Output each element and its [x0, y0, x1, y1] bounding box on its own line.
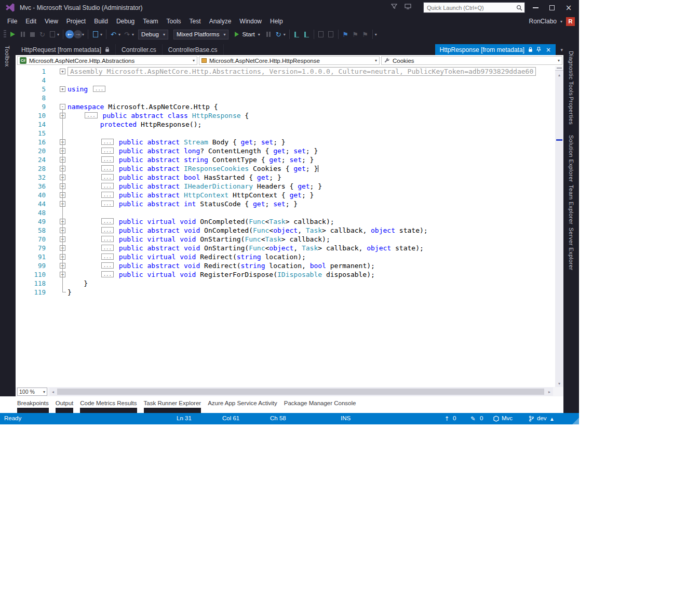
search-icon[interactable]: [516, 5, 522, 11]
undo-button[interactable]: ↶: [109, 30, 118, 39]
code-line[interactable]: 99+ ... public abstract void Redirect(st…: [16, 261, 555, 270]
code-line[interactable]: 58+ ... public abstract void OnCompleted…: [16, 226, 555, 235]
menu-team[interactable]: Team: [139, 16, 162, 26]
collapsed-region[interactable]: ...: [93, 86, 105, 92]
panel-tab-task-runner-explorer[interactable]: Task Runner Explorer: [144, 396, 201, 413]
collapsed-region[interactable]: ...: [85, 112, 97, 118]
type-dropdown[interactable]: Microsoft.AspNetCore.Http.HttpResponse ▾: [199, 56, 380, 65]
code-line[interactable]: 36+ ... public abstract IHeaderDictionar…: [16, 182, 555, 191]
side-tab-team-explorer[interactable]: Team Explorer: [568, 185, 574, 224]
scroll-right-icon[interactable]: ▸: [546, 388, 553, 396]
pause-debug-button[interactable]: [264, 30, 274, 39]
menu-help[interactable]: Help: [266, 16, 287, 26]
resize-grip[interactable]: [572, 418, 579, 424]
vertical-scrollbar[interactable]: ▴ ▾: [555, 66, 563, 387]
panel-tab-package-manager-console[interactable]: Package Manager Console: [284, 396, 356, 413]
scroll-left-icon[interactable]: ◂: [49, 388, 57, 396]
redo-button[interactable]: ↷: [122, 30, 132, 39]
collapsed-region[interactable]: ...: [101, 165, 114, 171]
menu-view[interactable]: View: [41, 16, 62, 26]
menu-window[interactable]: Window: [235, 16, 266, 26]
restart-button[interactable]: ↻: [37, 30, 47, 39]
menu-debug[interactable]: Debug: [112, 16, 139, 26]
start-without-debugging-button[interactable]: [8, 30, 18, 39]
horizontal-scroll-thumb[interactable]: [57, 389, 544, 395]
uncomment-button[interactable]: [326, 30, 336, 39]
panel-tab-breakpoints[interactable]: Breakpoints: [17, 396, 49, 413]
side-tab-server-explorer[interactable]: Server Explorer: [568, 228, 574, 270]
pin-icon[interactable]: [536, 47, 541, 52]
code-line[interactable]: 15: [16, 129, 555, 138]
start-debugging-button[interactable]: Start ▾: [231, 31, 263, 37]
menu-file[interactable]: File: [3, 16, 21, 26]
code-line[interactable]: 1+Assembly Microsoft.AspNetCore.Http.Abs…: [16, 67, 555, 76]
fold-expand-icon[interactable]: +: [60, 86, 65, 92]
code-line[interactable]: 16+ ... public abstract Stream Body { ge…: [16, 138, 555, 146]
collapsed-region[interactable]: ...: [101, 174, 114, 180]
collapsed-region[interactable]: ...: [101, 262, 114, 269]
code-line[interactable]: 48: [16, 208, 555, 217]
zoom-dropdown[interactable]: 100 % ▾: [17, 388, 47, 396]
refresh-browser-link-button[interactable]: ↻: [274, 30, 284, 39]
tab-controllerbase-cs[interactable]: ControllerBase.cs: [163, 44, 224, 55]
collapsed-region[interactable]: ...: [101, 271, 114, 277]
quick-launch-box[interactable]: [423, 2, 525, 13]
caret-down-icon[interactable]: ▾: [284, 32, 286, 37]
panel-tab-output[interactable]: Output: [56, 396, 74, 413]
code-editor[interactable]: 1+Assembly Microsoft.AspNetCore.Http.Abs…: [16, 66, 555, 387]
side-tab-solution-explorer[interactable]: Solution Explorer: [568, 135, 574, 182]
minimize-button[interactable]: [527, 0, 544, 16]
collapsed-region[interactable]: ...: [101, 139, 114, 145]
project-dropdown[interactable]: C# Microsoft.AspNetCore.Http.Abstraction…: [17, 56, 197, 65]
quick-launch-input[interactable]: [424, 5, 516, 11]
code-line[interactable]: 10+ ... public abstract class HttpRespon…: [16, 111, 555, 120]
collapsed-region[interactable]: ...: [101, 227, 114, 233]
outgoing-commits-icon[interactable]: ↑: [445, 415, 450, 422]
tab-controller-cs[interactable]: Controller.cs: [116, 44, 163, 55]
branch-caret-icon[interactable]: ▴: [550, 415, 554, 422]
maximize-button[interactable]: [544, 0, 560, 16]
attach-process-button[interactable]: [47, 30, 57, 39]
fold-collapse-icon[interactable]: -: [60, 104, 65, 110]
collapsed-region[interactable]: ...: [101, 183, 114, 189]
member-dropdown[interactable]: Cookies ▾: [381, 56, 562, 65]
code-line[interactable]: 119}: [16, 288, 555, 297]
collapsed-region[interactable]: ...: [101, 218, 114, 224]
code-line[interactable]: 20+ ... public abstract long? ContentLen…: [16, 146, 555, 155]
code-line[interactable]: 110+ ... public virtual void RegisterFor…: [16, 270, 555, 279]
branch-name[interactable]: dev: [537, 415, 547, 421]
menu-edit[interactable]: Edit: [21, 16, 41, 26]
solution-configurations-dropdown[interactable]: Debug ▾: [138, 30, 168, 39]
stop-button[interactable]: [28, 30, 37, 39]
code-line[interactable]: 40+ ... public abstract HttpContext Http…: [16, 191, 555, 199]
collapsed-region[interactable]: ...: [101, 201, 114, 207]
account-avatar[interactable]: R: [566, 17, 575, 26]
caret-down-icon[interactable]: ▾: [57, 32, 59, 37]
editor-splitter-handle[interactable]: [555, 66, 563, 71]
unsaved-edits-count[interactable]: 0: [480, 415, 483, 421]
code-line[interactable]: 49+ ... public virtual void OnCompleted(…: [16, 217, 555, 226]
close-button[interactable]: ×: [560, 0, 577, 16]
code-line[interactable]: 79+ ... public abstract void OnStarting(…: [16, 244, 555, 252]
scroll-down-icon[interactable]: ▾: [555, 380, 563, 387]
save-all-button[interactable]: [302, 30, 312, 39]
solution-platforms-dropdown[interactable]: Mixed Platforms ▾: [173, 30, 228, 39]
tab-list-caret-icon[interactable]: ▾: [560, 47, 563, 52]
horizontal-scrollbar[interactable]: ◂ ▸: [49, 388, 553, 396]
scroll-up-icon[interactable]: ▴: [555, 71, 563, 78]
fold-expand-icon[interactable]: +: [60, 69, 65, 74]
collapsed-region[interactable]: ...: [101, 236, 114, 242]
save-current-item-button[interactable]: [292, 30, 302, 39]
toggle-bookmark-button[interactable]: ⚑: [341, 30, 351, 39]
account-caret-icon[interactable]: ▾: [560, 19, 562, 24]
toolbar-options-caret-icon[interactable]: ▾: [375, 32, 377, 37]
unsaved-edits-icon[interactable]: ✎: [470, 415, 476, 422]
code-line[interactable]: 70+ ... public virtual void OnStarting(F…: [16, 235, 555, 244]
tab-httpresponse-active[interactable]: HttpResponse [from metadata] ×: [435, 44, 556, 55]
repository-icon[interactable]: [493, 416, 499, 422]
filter-icon[interactable]: [391, 4, 397, 9]
tab-httprequest-from-metadata[interactable]: HttpRequest [from metadata]: [16, 44, 116, 55]
toolbar-grip[interactable]: [4, 30, 6, 38]
outgoing-commits-count[interactable]: 0: [453, 415, 456, 421]
menu-test[interactable]: Test: [185, 16, 205, 26]
